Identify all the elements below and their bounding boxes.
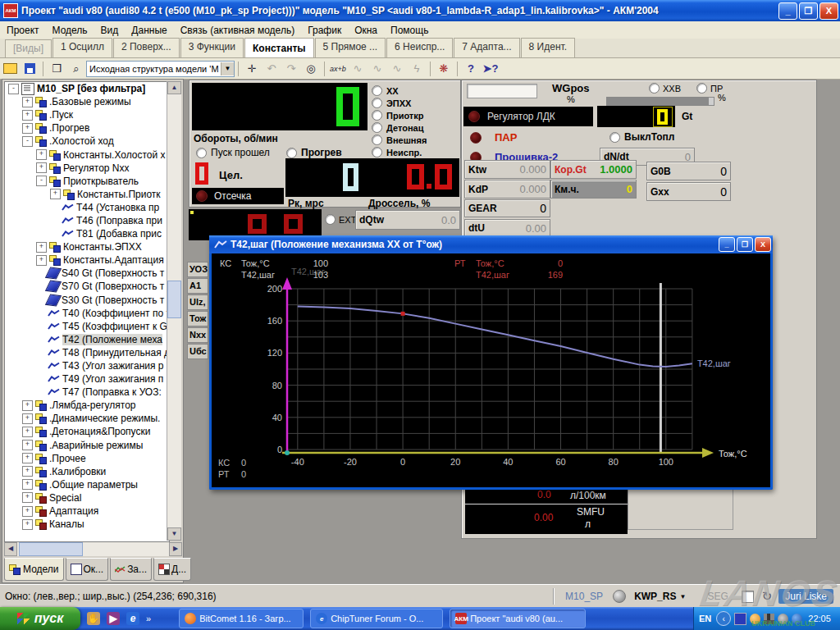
tab-views[interactable]: [Виды] xyxy=(5,39,52,57)
tree-item[interactable]: Т49 (Угол зажигания п xyxy=(5,372,169,386)
tree-expand-toggle[interactable]: - xyxy=(8,84,19,94)
restore-button[interactable]: ❐ xyxy=(799,2,818,20)
quicklaunch-ie-icon[interactable]: e xyxy=(126,612,139,625)
tree-item[interactable]: -Приоткрыватель xyxy=(5,175,169,188)
tree-expand-toggle[interactable]: + xyxy=(36,149,47,160)
settings-chart-button[interactable]: ❋ xyxy=(435,61,453,77)
tree-panel-tab[interactable]: Д... xyxy=(153,558,191,581)
protocol-dropdown[interactable]: KWP_RS ▼ xyxy=(634,591,686,602)
save-button[interactable] xyxy=(21,61,39,77)
model-tree[interactable]: -M10_SP [без фильтра]+.Базовые режимы+.П… xyxy=(4,81,170,542)
lightning-button[interactable]: ϟ xyxy=(408,61,426,77)
tree-item[interactable]: +.Динамические режимы. xyxy=(5,412,169,425)
flag-radio[interactable] xyxy=(372,147,382,158)
tree-expand-toggle[interactable]: + xyxy=(22,492,33,503)
tree-item[interactable]: Т42 (Положение меха xyxy=(5,333,169,346)
view-tab[interactable]: Константы xyxy=(244,38,314,57)
tree-expand-toggle[interactable]: - xyxy=(22,136,33,147)
menu-item[interactable]: Окна xyxy=(348,23,384,38)
tree-expand-toggle[interactable]: + xyxy=(22,110,33,121)
tree-item[interactable]: +.Аварийные режимы xyxy=(5,439,169,452)
crosshair-tool-button[interactable]: ✛ xyxy=(243,61,261,77)
tree-item[interactable]: +.Лямбда-регулятор xyxy=(5,399,169,412)
menu-item[interactable]: Модель xyxy=(46,23,94,38)
scroll-down-icon[interactable]: ▼ xyxy=(167,527,181,541)
tree-expand-toggle[interactable]: + xyxy=(22,479,33,490)
tree-expand-toggle[interactable]: + xyxy=(22,519,33,530)
chart-window-titlebar[interactable]: T42,шаг (Положение механизма ХХ от Т°ож)… xyxy=(209,235,773,253)
quicklaunch-hand-icon[interactable]: ✋ xyxy=(87,612,100,625)
beta-curve-button[interactable]: ∿ xyxy=(368,61,386,77)
minimize-button[interactable]: _ xyxy=(778,2,797,20)
ext-radio[interactable] xyxy=(325,214,336,225)
tree-item[interactable]: Т45 (Коэффициент к G xyxy=(5,320,169,333)
tree-item[interactable]: S40 Gt (Поверхность т xyxy=(5,267,169,280)
scroll-up-icon[interactable]: ▲ xyxy=(167,81,181,94)
tree-item[interactable]: Т46 (Поправка при xyxy=(5,214,169,227)
seg-checkbox[interactable] xyxy=(742,591,754,603)
formula-tool-button[interactable]: ax+b xyxy=(329,61,347,77)
tree-item[interactable]: +Константы.Приотк xyxy=(5,188,169,201)
flag-radio[interactable] xyxy=(372,85,382,96)
tray-volume-icon[interactable] xyxy=(778,614,788,624)
start-done-radio[interactable] xyxy=(196,148,207,158)
quicklaunch-player-icon[interactable]: ▶ xyxy=(107,612,120,625)
menu-item[interactable]: Связь (активная модель) xyxy=(174,23,301,38)
scrollbar-thumb[interactable] xyxy=(167,281,181,318)
scroll-right-icon[interactable]: ▶ xyxy=(169,542,182,556)
tree-panel-tab[interactable]: Модели xyxy=(4,558,64,581)
language-indicator[interactable]: EN xyxy=(699,614,711,623)
tray-battery-icon[interactable] xyxy=(734,613,746,625)
tray-network-icon[interactable] xyxy=(792,614,802,624)
tree-expand-toggle[interactable]: + xyxy=(36,162,47,173)
refresh-icon[interactable]: ↻ xyxy=(762,589,773,604)
flag-radio[interactable] xyxy=(372,122,382,133)
tree-panel-tab[interactable]: За... xyxy=(110,558,152,581)
pr-radio[interactable] xyxy=(696,83,707,94)
tree-item[interactable]: +.Базовые режимы xyxy=(5,95,169,108)
tree-expand-toggle[interactable]: - xyxy=(36,176,47,186)
menu-item[interactable]: Помощь xyxy=(384,23,435,38)
tree-item[interactable]: S70 Gt (Поверхность т xyxy=(5,280,169,293)
tree-horizontal-scrollbar[interactable]: ◀ ▶ xyxy=(4,542,182,556)
tree-item[interactable]: +Регулятор Nxx xyxy=(5,162,169,175)
tree-expand-toggle[interactable]: + xyxy=(22,506,33,517)
tree-expand-toggle[interactable]: + xyxy=(36,255,47,266)
compass-tool-button[interactable]: ◎ xyxy=(302,61,320,77)
tree-item[interactable]: +.Прочее xyxy=(5,452,169,465)
help-button[interactable]: ? xyxy=(462,61,480,77)
view-tab[interactable]: 6 Неиспр... xyxy=(386,38,453,57)
flag-radio[interactable] xyxy=(372,98,382,108)
tree-expand-toggle[interactable]: + xyxy=(22,427,33,437)
tree-item[interactable]: +.Пуск xyxy=(5,108,169,121)
tree-item[interactable]: +.Прогрев xyxy=(5,121,169,135)
close-button[interactable]: X xyxy=(755,237,771,252)
scrollbar-thumb[interactable] xyxy=(19,542,83,556)
context-help-button[interactable]: ➤? xyxy=(482,61,500,77)
minimize-button[interactable]: _ xyxy=(719,237,735,252)
tree-item[interactable]: +Константы.Адаптация xyxy=(5,253,169,267)
tree-panel-tab[interactable]: Ок... xyxy=(66,558,109,581)
fuel-off-radio[interactable] xyxy=(609,132,620,143)
view-tab[interactable]: 3 Функции xyxy=(180,38,244,57)
taskbar-task-button[interactable]: eChipTuner Forum - O... xyxy=(310,609,443,628)
tree-expand-toggle[interactable]: + xyxy=(22,453,33,463)
menu-item[interactable]: График xyxy=(301,23,348,38)
cubic-curve-button[interactable]: ∿ xyxy=(349,61,367,77)
tree-item[interactable]: +.Детонация&Пропуски xyxy=(5,425,169,438)
tree-item[interactable]: +.Калибровки xyxy=(5,465,169,478)
tree-item[interactable]: Т47 (Поправка к УОЗ: xyxy=(5,386,169,399)
chart-svg[interactable]: -40-2002040608010004080120160200Т42,шагT… xyxy=(212,253,770,485)
tree-item[interactable]: S30 Gt (Поверхность т xyxy=(5,294,169,307)
tree-item[interactable]: Т44 (Установка пр xyxy=(5,201,169,214)
new-window-button[interactable]: ❒ xyxy=(48,61,66,77)
flag-radio[interactable] xyxy=(372,110,382,121)
tree-item[interactable]: -.Холостой ход xyxy=(5,135,169,148)
tree-item[interactable]: -M10_SP [без фильтра] xyxy=(5,82,169,95)
tree-expand-toggle[interactable]: + xyxy=(50,189,61,199)
menu-item[interactable]: Данные xyxy=(125,23,173,38)
chart-window[interactable]: T42,шаг (Положение механизма ХХ от Т°ож)… xyxy=(209,236,773,490)
view-tab[interactable]: 7 Адапта... xyxy=(454,38,519,57)
warmup-radio[interactable] xyxy=(286,148,297,158)
taskbar-task-button[interactable]: АКМПроект "audi v80 (au... xyxy=(450,609,586,628)
